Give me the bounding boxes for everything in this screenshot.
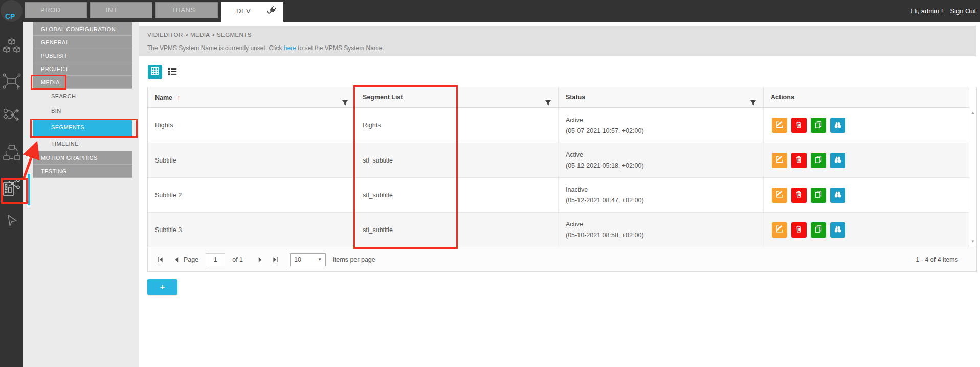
env-tab-int[interactable]: INT [90,2,152,18]
cell-status: Inactive (05-12-2021 08:47, +02:00) [558,178,763,212]
grid-view-icon [151,67,159,77]
cell-actions [763,178,969,212]
copy-icon [814,225,822,235]
env-tab-dev[interactable]: DEV [221,2,283,22]
status-date: (05-10-2021 08:58, +02:00) [566,232,644,239]
edit-icon [775,155,784,165]
cell-actions [763,108,969,143]
delete-button[interactable] [791,118,807,133]
notice-here-link[interactable]: here [284,44,296,52]
next-page-button[interactable] [255,255,264,264]
breadcrumb: VIDIEDITOR > MEDIA > SEGMENTS [147,32,252,38]
find-icon [834,225,842,235]
status-text: Active [566,221,583,228]
column-header-segment-list-label: Segment List [363,94,403,101]
previous-page-button[interactable] [172,255,182,264]
edit-button[interactable] [772,118,787,133]
sidebar-item-bin[interactable]: BIN [33,104,132,119]
delete-icon [795,225,803,235]
cell-status: Active (05-10-2021 08:58, +02:00) [558,213,763,247]
find-icon [834,121,842,130]
transfer-icon[interactable] [3,145,20,163]
column-header-name-label: Name [155,94,172,101]
copy-icon-button[interactable] [811,153,826,168]
sidebar-item-segments[interactable]: SEGMENTS [33,119,132,136]
edit-button[interactable] [772,188,787,203]
sidebar-item-publish[interactable]: PUBLISH [33,49,132,62]
delete-button[interactable] [791,222,807,238]
cell-actions [763,213,969,247]
delete-icon [795,155,803,165]
column-header-segment-list[interactable]: Segment List [355,87,558,108]
sidebar: GLOBAL CONFIGURATION GENERAL PUBLISH PRO… [23,22,139,367]
scroll-down-icon[interactable]: ▼ [969,239,976,244]
copy-icon [814,155,822,165]
items-range-label: 1 - 4 of 4 items [916,247,958,272]
find-button[interactable] [830,222,845,238]
column-header-name[interactable]: Name↑ [148,87,355,108]
add-segment-button[interactable]: + [147,279,177,295]
table-scrollbar[interactable]: ▲ ▼ [969,87,976,247]
status-date: (05-07-2021 10:57, +02:00) [566,127,644,134]
copy-icon-button[interactable] [811,222,826,238]
delete-button[interactable] [791,153,807,168]
asset-network-icon[interactable] [3,73,21,92]
cell-segment-list: Rights [355,108,558,143]
cell-name: Rights [148,108,355,143]
env-tab-prod[interactable]: PROD [25,2,87,18]
column-header-status-label: Status [566,94,585,101]
segments-table: Name↑ Segment List Status Actions [147,87,977,247]
copy-icon [814,190,822,200]
first-page-button[interactable] [156,255,165,264]
grid-view-button[interactable] [148,65,162,79]
list-view-button[interactable] [168,67,177,76]
page-size-value: 10 [294,256,301,263]
page-of-label: of 1 [232,256,243,263]
sidebar-item-motion-graphics[interactable]: MOTION GRAPHICS [33,151,132,165]
table-header: Name↑ Segment List Status Actions [148,87,976,108]
page-label: Page [184,256,198,263]
page-number-input[interactable] [206,253,225,266]
video-editor-icon[interactable] [2,179,21,199]
sidebar-item-timeline[interactable]: TIMELINE [33,136,132,151]
find-button[interactable] [830,118,845,133]
cp-logo[interactable]: CP [1,0,23,22]
env-tab-trans[interactable]: TRANS [155,2,218,18]
vpms-notice: The VPMS System Name is currently unset.… [147,44,384,52]
edit-icon [775,190,784,200]
player-icon[interactable] [5,214,18,230]
sidebar-item-testing[interactable]: TESTING [33,165,132,178]
info-band: VIDIEDITOR > MEDIA > SEGMENTS The VPMS S… [139,26,976,56]
last-page-button[interactable] [271,255,280,264]
modules-icon[interactable] [3,38,20,56]
find-button[interactable] [830,153,845,168]
sidebar-item-general[interactable]: GENERAL [33,36,132,49]
column-header-actions-label: Actions [771,94,794,101]
scroll-up-icon[interactable]: ▲ [969,110,976,115]
table-row: Subtitle 3 stl_subtitle Active (05-10-20… [148,212,976,247]
sidebar-item-search[interactable]: SEARCH [33,89,132,104]
table-row: Rights Rights Active (05-07-2021 10:57, … [148,108,976,143]
workflow-icon[interactable] [3,107,20,126]
sidebar-item-project[interactable]: PROJECT [33,62,132,76]
cell-actions [763,143,969,177]
column-header-status[interactable]: Status [558,87,763,108]
cell-segment-list: stl_subtitle [355,213,558,247]
delete-button[interactable] [791,188,807,203]
config-portal-page: PROD INT TRANS DEV Hi, admin ! Sign Out … [0,0,980,367]
top-bar: PROD INT TRANS DEV Hi, admin ! Sign Out [0,0,980,22]
sidebar-item-global-configuration[interactable]: GLOBAL CONFIGURATION [33,22,132,36]
edit-button[interactable] [772,153,787,168]
page-size-select[interactable]: 10 ▼ [290,253,326,266]
user-greeting: Hi, admin ! [911,7,943,15]
copy-icon-button[interactable] [811,188,826,203]
sign-out-button[interactable]: Sign Out [950,7,976,15]
table-row: Subtitle 2 stl_subtitle Inactive (05-12-… [148,177,976,212]
plug-icon [266,5,277,24]
copy-icon-button[interactable] [811,118,826,133]
column-header-actions: Actions [763,87,969,108]
sidebar-item-media[interactable]: MEDIA [33,76,132,89]
chevron-down-icon: ▼ [318,257,322,262]
edit-button[interactable] [772,222,787,238]
find-button[interactable] [830,188,845,203]
